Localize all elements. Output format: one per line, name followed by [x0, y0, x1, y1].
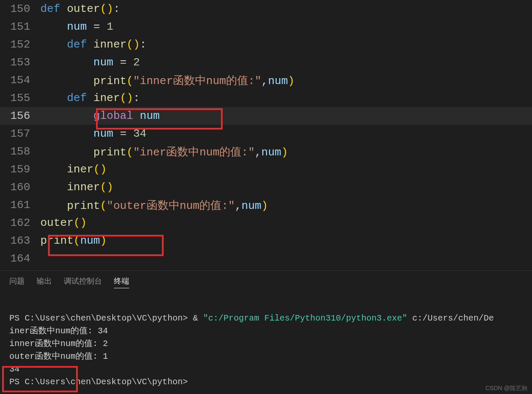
code-content: num = 34: [40, 127, 532, 140]
code-line[interactable]: 152 def inner():: [0, 36, 532, 53]
terminal-line: inner函数中num的值: 2: [9, 339, 108, 349]
line-number: 157: [0, 127, 40, 140]
line-number: 155: [0, 92, 40, 104]
code-line[interactable]: 161 print("outer函数中num的值:",num): [0, 196, 532, 214]
code-content: num = 2: [40, 56, 532, 69]
code-line[interactable]: 155 def iner():: [0, 89, 532, 107]
watermark: CSDN @陈艺秋: [485, 385, 528, 392]
code-content: print("outer函数中num的值:",num): [40, 198, 532, 213]
tab-problems[interactable]: 问题: [9, 276, 25, 288]
terminal-line: 34: [9, 364, 20, 374]
code-line[interactable]: 156 global num: [0, 107, 532, 125]
line-number: 163: [0, 234, 40, 247]
code-content: print(num): [40, 234, 532, 247]
tab-debug-console[interactable]: 调试控制台: [64, 276, 102, 288]
line-number: 156: [0, 110, 40, 122]
code-content: num = 1: [40, 20, 532, 33]
code-content: def iner():: [40, 92, 532, 104]
code-content: print("iner函数中num的值:",num): [40, 144, 532, 159]
line-number: 151: [0, 20, 40, 33]
line-number: 158: [0, 145, 40, 158]
code-content: iner(): [40, 163, 532, 176]
code-content: print("inner函数中num的值:",num): [40, 73, 532, 88]
code-content: global num: [40, 110, 532, 122]
line-number: 153: [0, 56, 40, 69]
terminal-line: outer函数中num的值: 1: [9, 352, 108, 361]
terminal-output[interactable]: PS C:\Users\chen\Desktop\VC\python> & "c…: [0, 293, 532, 394]
terminal-line: PS C:\Users\chen\Desktop\VC\python> & "c…: [9, 313, 494, 323]
code-line[interactable]: 150def outer():: [0, 0, 532, 18]
tab-output[interactable]: 输出: [37, 276, 52, 288]
line-number: 152: [0, 38, 40, 51]
code-line[interactable]: 163print(num): [0, 232, 532, 250]
code-editor[interactable]: 150def outer():151 num = 1152 def inner(…: [0, 0, 532, 270]
panel-tabs: 问题 输出 调试控制台 终端: [0, 271, 532, 293]
line-number: 154: [0, 74, 40, 87]
code-content: def inner():: [40, 38, 532, 51]
line-number: 160: [0, 181, 40, 194]
code-line[interactable]: 158 print("iner函数中num的值:",num): [0, 143, 532, 160]
code-content: def outer():: [40, 3, 532, 15]
terminal-line: iner函数中num的值: 34: [9, 326, 108, 336]
terminal-prompt: PS C:\Users\chen\Desktop\VC\python>: [9, 377, 188, 387]
code-content: outer(): [40, 217, 532, 229]
code-line[interactable]: 154 print("inner函数中num的值:",num): [0, 71, 532, 89]
code-line[interactable]: 159 iner(): [0, 160, 532, 178]
code-content: inner(): [40, 181, 532, 194]
code-line[interactable]: 157 num = 34: [0, 125, 532, 143]
code-line[interactable]: 162outer(): [0, 214, 532, 232]
code-line[interactable]: 164: [0, 250, 532, 267]
line-number: 164: [0, 252, 40, 265]
tab-terminal[interactable]: 终端: [114, 276, 129, 288]
code-line[interactable]: 160 inner(): [0, 178, 532, 196]
bottom-panel: 问题 输出 调试控制台 终端 PS C:\Users\chen\Desktop\…: [0, 270, 532, 394]
line-number: 162: [0, 217, 40, 229]
code-line[interactable]: 153 num = 2: [0, 53, 532, 71]
line-number: 159: [0, 163, 40, 176]
line-number: 150: [0, 3, 40, 15]
code-line[interactable]: 151 num = 1: [0, 18, 532, 36]
line-number: 161: [0, 199, 40, 211]
